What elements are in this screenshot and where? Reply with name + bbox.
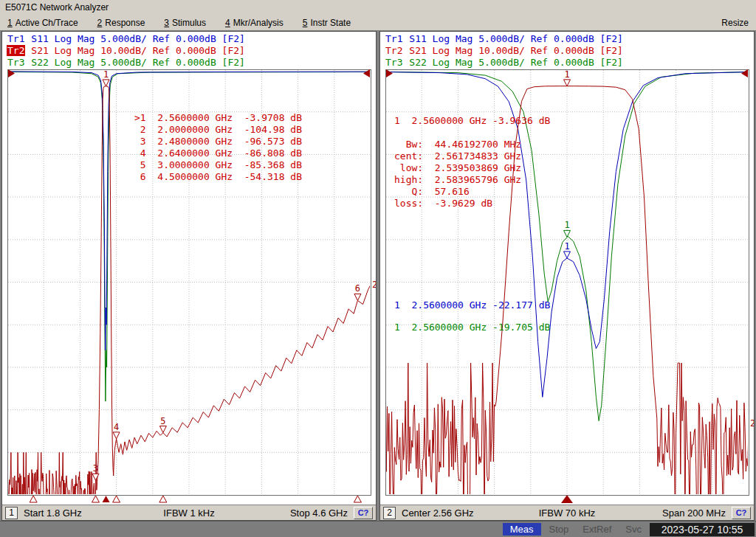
marker-stimulus-indicator[interactable] bbox=[354, 496, 361, 502]
channel-windows: Tr1 S11 Log Mag 5.000dB/ Ref 0.000dB [F2… bbox=[0, 31, 756, 521]
channel-2-status: 2 Center 2.56 GHz IFBW 70 kHz Span 200 M… bbox=[380, 505, 754, 520]
trace-name: Tr2 bbox=[385, 45, 403, 56]
instrument-status-bar: Meas Stop ExtRef Svc 2023-05-27 10:55 bbox=[0, 521, 756, 537]
datetime-display: 2023-05-27 10:55 bbox=[650, 523, 755, 536]
extref-status: ExtRef bbox=[577, 523, 617, 536]
stimulus-span[interactable]: Span 200 MHz bbox=[662, 507, 726, 519]
trace-header-tr3[interactable]: Tr3 S22 Log Mag 5.000dB/ Ref 0.000dB [F2… bbox=[385, 57, 754, 69]
trace-name: Tr3 bbox=[7, 57, 25, 68]
marker-1-label: 1 bbox=[564, 241, 569, 252]
menu-label: Response bbox=[105, 18, 145, 28]
trace-header-tr1[interactable]: Tr1 S11 Log Mag 5.000dB/ Ref 0.000dB [F2… bbox=[385, 33, 754, 45]
trace-name: Tr1 bbox=[385, 33, 403, 44]
menu-label: Mkr/Analysis bbox=[233, 18, 284, 28]
marker-1-label: 1 bbox=[564, 69, 569, 80]
trace-name: Tr3 bbox=[385, 57, 403, 68]
trace-edge-label: 2 bbox=[372, 280, 377, 290]
plot-svg-2[interactable]: 2111 bbox=[385, 69, 750, 505]
menu-label: Instr State bbox=[310, 18, 351, 28]
menu-key: 1 bbox=[7, 18, 13, 28]
trace-settings: S21 Log Mag 10.00dB/ Ref 0.000dB [F2] bbox=[25, 45, 244, 56]
marker-4-label: 4 bbox=[114, 422, 119, 432]
meas-status-badge: Meas bbox=[503, 523, 541, 536]
window-title: E5071C Network Analyzer bbox=[5, 2, 109, 13]
menu-instr-state[interactable]: 5Instr State bbox=[303, 18, 351, 28]
correction-badge: C? bbox=[354, 507, 373, 519]
stop-status: Stop bbox=[543, 523, 575, 536]
trace-edge-label: 2 bbox=[750, 418, 755, 429]
menu-key: 5 bbox=[303, 18, 308, 28]
trace-headers-2: Tr1 S11 Log Mag 5.000dB/ Ref 0.000dB [F2… bbox=[380, 32, 754, 69]
stimulus-stop[interactable]: Stop 4.6 GHz bbox=[290, 507, 348, 519]
marker-3-label: 3 bbox=[93, 463, 98, 474]
marker-stimulus-indicator[interactable] bbox=[103, 496, 110, 502]
trace-settings: S11 Log Mag 5.000dB/ Ref 0.000dB [F2] bbox=[403, 33, 622, 44]
marker-stimulus-indicator[interactable] bbox=[159, 496, 167, 502]
menu-response[interactable]: 2Response bbox=[97, 18, 145, 28]
marker-6-label: 6 bbox=[355, 284, 360, 294]
marker-5-label: 5 bbox=[160, 416, 165, 426]
trace-settings: S11 Log Mag 5.000dB/ Ref 0.000dB [F2] bbox=[25, 33, 244, 44]
resize-button[interactable]: Resize bbox=[721, 18, 749, 28]
menu-mkr-analysis[interactable]: 4Mkr/Analysis bbox=[225, 18, 284, 28]
plot-area-2[interactable]: 2111 1 2.5600000 GHz -3.9636 dB Bw: 44.4… bbox=[385, 69, 750, 505]
marker-1-label: 1 bbox=[564, 221, 569, 231]
menu-label: Stimulus bbox=[172, 18, 206, 28]
marker-stimulus-indicator[interactable] bbox=[92, 496, 99, 502]
trace-header-tr2[interactable]: Tr2 S21 Log Mag 10.00dB/ Ref 0.000dB [F2… bbox=[385, 45, 754, 57]
trace-settings: S22 Log Mag 5.000dB/ Ref 0.000dB [F2] bbox=[25, 57, 244, 68]
plot-area-1[interactable]: 213456 >1 2.5600000 GHz -3.9708 dB 2 2.0… bbox=[7, 69, 372, 505]
menu-key: 3 bbox=[164, 18, 169, 28]
svc-status: Svc bbox=[619, 523, 647, 536]
trace-settings: S21 Log Mag 10.00dB/ Ref 0.000dB [F2] bbox=[403, 45, 622, 56]
trace-headers-1: Tr1 S11 Log Mag 5.000dB/ Ref 0.000dB [F2… bbox=[2, 32, 376, 69]
menu-label: Active Ch/Trace bbox=[16, 18, 78, 28]
channel-2-panel: Tr1 S11 Log Mag 5.000dB/ Ref 0.000dB [F2… bbox=[379, 31, 755, 521]
trace-header-tr1[interactable]: Tr1 S11 Log Mag 5.000dB/ Ref 0.000dB [F2… bbox=[7, 33, 376, 45]
menu-stimulus[interactable]: 3Stimulus bbox=[164, 18, 206, 28]
menu-key: 4 bbox=[225, 18, 230, 28]
channel-number: 2 bbox=[383, 507, 396, 519]
marker-stimulus-indicator[interactable] bbox=[113, 496, 120, 502]
channel-1-panel: Tr1 S11 Log Mag 5.000dB/ Ref 0.000dB [F2… bbox=[1, 31, 377, 521]
channel-number: 1 bbox=[5, 507, 18, 519]
title-bar: E5071C Network Analyzer bbox=[0, 0, 756, 15]
trace-header-tr3[interactable]: Tr3 S22 Log Mag 5.000dB/ Ref 0.000dB [F2… bbox=[7, 57, 376, 69]
channel-1-status: 1 Start 1.8 GHz IFBW 1 kHz Stop 4.6 GHz … bbox=[2, 505, 376, 520]
plot-svg-1[interactable]: 213456 bbox=[7, 69, 372, 505]
marker-stimulus-indicator[interactable] bbox=[30, 496, 37, 502]
marker-stimulus-indicator[interactable] bbox=[561, 495, 573, 503]
trace-name: Tr2 bbox=[7, 45, 25, 56]
marker-1-label: 1 bbox=[103, 69, 109, 80]
trace-name: Tr1 bbox=[7, 33, 25, 44]
trace-settings: S22 Log Mag 5.000dB/ Ref 0.000dB [F2] bbox=[403, 57, 622, 68]
trace-header-tr2[interactable]: Tr2 S21 Log Mag 10.00dB/ Ref 0.000dB [F2… bbox=[7, 45, 376, 57]
correction-badge: C? bbox=[732, 507, 751, 519]
menu-bar: 1Active Ch/Trace 2Response 3Stimulus 4Mk… bbox=[0, 15, 756, 31]
menu-active-ch-trace[interactable]: 1Active Ch/Trace bbox=[7, 18, 78, 28]
menu-key: 2 bbox=[97, 18, 103, 28]
